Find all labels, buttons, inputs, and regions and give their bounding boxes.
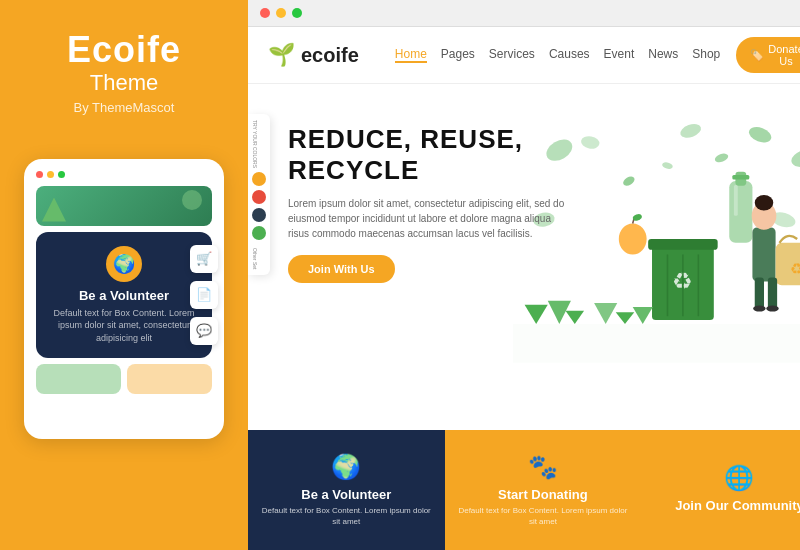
swatch-green[interactable] [252,226,266,240]
swatch-orange[interactable] [252,172,266,186]
donating-icon: 🐾 [528,453,558,481]
svg-point-4 [679,121,704,140]
mobile-card-title: Be a Volunteer [46,288,202,303]
nav-shop[interactable]: Shop [692,47,720,63]
svg-rect-27 [755,278,764,309]
volunteer-card: 🌍 Be a Volunteer Default text for Box Co… [248,430,445,550]
svg-rect-28 [768,278,777,309]
swatch-dark[interactable] [252,208,266,222]
mobile-bottom-row [36,364,212,394]
svg-rect-9 [649,239,719,250]
donating-text: Default text for Box Content. Lorem ipsu… [455,506,632,527]
mobile-card-icon: 🌍 [106,246,142,282]
volunteer-title: Be a Volunteer [301,487,391,502]
logo-text: ecoife [301,44,359,67]
volunteer-text: Default text for Box Content. Lorem ipsu… [258,506,435,527]
svg-rect-14 [730,181,753,243]
other-set-label: Other Set [252,248,266,269]
community-icon: 🌐 [724,464,754,492]
svg-point-2 [790,146,800,170]
svg-point-18 [619,224,647,255]
hero-cta-button[interactable]: Join With Us [288,255,395,283]
svg-point-3 [580,135,600,150]
volunteer-icon: 🌍 [331,453,361,481]
nav-news[interactable]: News [648,47,678,63]
logo-tree-icon: 🌱 [268,42,295,68]
dot-yellow [47,171,54,178]
hero-section: TRY YOUR COLORS Other Set REDUCE, REUSE,… [248,84,800,394]
svg-point-1 [747,124,774,145]
svg-point-40 [714,152,730,164]
browser-chrome [248,0,800,27]
mobile-mockup: 🌍 Be a Volunteer Default text for Box Co… [24,159,224,439]
svg-rect-21 [753,227,776,281]
brand-title: Ecoife [67,30,181,70]
svg-point-30 [767,305,779,311]
mobile-bottom-card-1 [36,364,121,394]
svg-marker-37 [633,307,653,324]
svg-point-23 [755,195,774,210]
nav-links: Home Pages Services Causes Event News Sh… [395,47,720,63]
donating-card: 🐾 Start Donating Default text for Box Co… [445,430,642,550]
nav-causes[interactable]: Causes [549,47,590,63]
doc-icon[interactable]: 📄 [190,281,218,309]
donating-title: Start Donating [498,487,588,502]
nav-services[interactable]: Services [489,47,535,63]
dot-green [58,171,65,178]
donate-button[interactable]: 🏷️ Donate Us [736,37,800,73]
mobile-card-text: Default text for Box Content. Lorem ipsu… [46,307,202,345]
svg-point-39 [662,161,674,170]
left-panel: Ecoife Theme By ThemeMascot 🌍 Be a Volun… [0,0,248,550]
site-logo: 🌱 ecoife [268,42,359,68]
nav-pages[interactable]: Pages [441,47,475,63]
chat-icon[interactable]: 💬 [190,317,218,345]
website-preview: 🌱 ecoife Home Pages Services Causes Even… [248,27,800,550]
brand-subtitle: Theme [67,70,181,96]
mobile-volunteer-card: 🌍 Be a Volunteer Default text for Box Co… [36,232,212,359]
browser-dot-red[interactable] [260,8,270,18]
svg-marker-36 [616,312,635,324]
hero-content: REDUCE, REUSE, RECYCLE Lorem ipsum dolor… [268,104,570,394]
color-picker: TRY YOUR COLORS Other Set [248,114,270,275]
community-title: Join Our Community [675,498,800,513]
community-card: 🌐 Join Our Community [641,430,800,550]
brand-by: By ThemeMascot [67,100,181,115]
browser-dot-yellow[interactable] [276,8,286,18]
donate-icon: 🏷️ [750,49,764,62]
svg-point-38 [622,175,637,188]
color-picker-label: TRY YOUR COLORS [252,120,266,168]
mobile-right-bar: 🛒 📄 💬 [190,245,218,345]
right-panel: 🌱 ecoife Home Pages Services Causes Even… [248,0,800,550]
svg-rect-17 [734,185,738,216]
dot-red [36,171,43,178]
bottom-cards: 🌍 Be a Volunteer Default text for Box Co… [248,430,800,550]
svg-point-29 [754,305,766,311]
site-nav: 🌱 ecoife Home Pages Services Causes Even… [248,27,800,84]
hero-title: REDUCE, REUSE, RECYCLE [288,124,570,186]
hero-text: Lorem ipsum dolor sit amet, consectetur … [288,196,568,241]
mobile-top-bar [36,186,212,226]
swatch-red[interactable] [252,190,266,204]
nav-event[interactable]: Event [604,47,635,63]
svg-marker-35 [595,303,618,324]
cart-icon[interactable]: 🛒 [190,245,218,273]
browser-dot-green[interactable] [292,8,302,18]
nav-home[interactable]: Home [395,47,427,63]
svg-text:♻: ♻ [790,260,800,277]
mobile-dots [36,171,212,178]
svg-rect-16 [733,175,750,180]
mobile-tree-icon [42,198,66,222]
mobile-bottom-card-2 [127,364,212,394]
